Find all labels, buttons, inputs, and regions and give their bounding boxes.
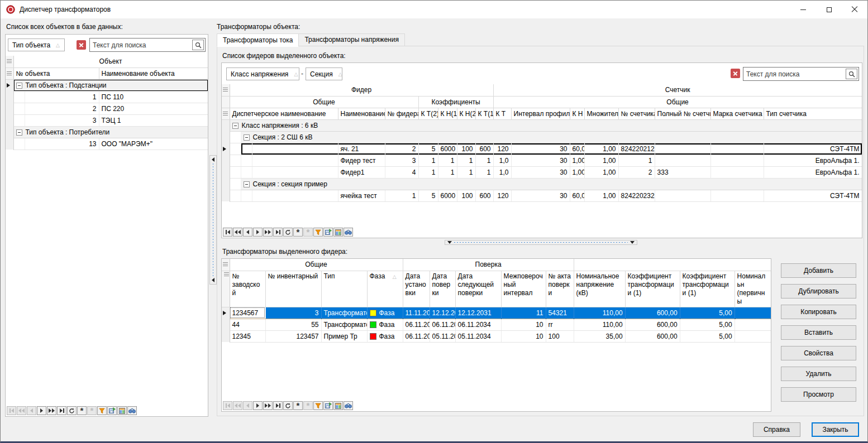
- nav-refresh-button[interactable]: [283, 401, 293, 410]
- column-header-meter-brand[interactable]: Марка счетчика: [710, 108, 764, 119]
- feeder-cell[interactable]: 1: [385, 190, 418, 201]
- transformer-cell[interactable]: [735, 330, 771, 342]
- transformer-cell[interactable]: 06.11.2034: [455, 319, 501, 330]
- feeder-cell[interactable]: [710, 166, 764, 178]
- transformer-cell[interactable]: 123457: [265, 330, 321, 342]
- transformer-cell[interactable]: rr: [546, 319, 574, 330]
- transformer-cell[interactable]: 100: [546, 330, 574, 342]
- transformer-cell[interactable]: 1234567: [230, 307, 265, 319]
- feeders-search-input[interactable]: [743, 68, 845, 80]
- feeder-group-row[interactable]: Класс напряжения : 6 кВ: [222, 119, 862, 131]
- transformer-cell[interactable]: 44: [230, 319, 265, 330]
- transformer-cell[interactable]: 110,00: [574, 319, 625, 330]
- column-header-install-date[interactable]: Дата установки: [403, 271, 430, 307]
- nav-layout-button[interactable]: [333, 401, 343, 410]
- clear-search-button[interactable]: [77, 40, 86, 50]
- duplicate-button[interactable]: Дублировать: [781, 284, 856, 298]
- copy-button[interactable]: Копировать: [781, 305, 856, 319]
- object-row[interactable]: 3ТЭЦ 1: [6, 114, 208, 126]
- nav-save-button[interactable]: [323, 228, 333, 237]
- feeder-cell[interactable]: СЭТ-4ТМ: [764, 143, 862, 155]
- feeder-cell[interactable]: 100: [457, 143, 475, 155]
- column-header-factory-number[interactable]: № заводской: [230, 271, 265, 307]
- feeder-cell[interactable]: 30: [511, 190, 570, 201]
- nav-save-button[interactable]: [323, 401, 333, 410]
- object-name-cell[interactable]: ПС 220: [99, 103, 208, 114]
- transformer-cell[interactable]: 11.11.202: [403, 307, 430, 319]
- feeder-cell[interactable]: 1: [457, 166, 475, 178]
- feeder-cell[interactable]: 1: [438, 155, 457, 166]
- feeder-cell[interactable]: [710, 155, 764, 166]
- transformer-cell[interactable]: 12345: [230, 330, 265, 342]
- collapse-group-icon[interactable]: [16, 129, 22, 136]
- transformer-cell[interactable]: 3: [265, 307, 321, 319]
- search-icon[interactable]: [192, 40, 204, 50]
- nav-layout-button[interactable]: [333, 228, 343, 237]
- feeder-cell[interactable]: 1,00: [584, 143, 618, 155]
- feeder-cell[interactable]: 1,0: [493, 155, 511, 166]
- column-header-type[interactable]: Тип: [321, 271, 367, 307]
- feeder-cell[interactable]: [655, 143, 710, 155]
- feeder-cell[interactable]: СЭТ-4ТМ: [764, 190, 862, 201]
- transformer-cell[interactable]: 600,00: [625, 307, 680, 319]
- transformer-cell[interactable]: Фаза: [367, 307, 403, 319]
- feeder-cell[interactable]: 600: [475, 190, 493, 201]
- object-name-cell[interactable]: ООО "МАРЭМ+": [99, 138, 208, 150]
- column-chooser-icon[interactable]: [7, 59, 12, 64]
- feeder-cell[interactable]: яч. 21: [338, 143, 385, 155]
- object-number-cell[interactable]: 2: [25, 103, 99, 114]
- feeder-cell[interactable]: 600: [475, 143, 493, 155]
- transformer-cell[interactable]: 12.12.20: [430, 307, 455, 319]
- band-meter[interactable]: Счетчик: [493, 84, 862, 96]
- search-icon[interactable]: [846, 69, 857, 79]
- column-header-nominal-voltage[interactable]: Номинальное напряжение (кВ): [574, 271, 625, 307]
- transformer-row[interactable]: 12345673ТрансформатоФаза11.11.20212.12.2…: [222, 307, 771, 319]
- nav-prior-page-button[interactable]: [233, 228, 242, 237]
- nav-layout-button[interactable]: [117, 406, 127, 415]
- transformer-cell[interactable]: 10: [501, 330, 546, 342]
- horizontal-splitter[interactable]: [445, 240, 637, 245]
- nav-search-button[interactable]: [127, 406, 137, 415]
- column-header-full-meter-number[interactable]: Полный № счетчика: [655, 108, 710, 119]
- feeder-cell[interactable]: 60,0: [570, 190, 584, 201]
- column-chooser-icon[interactable]: [223, 112, 228, 116]
- band-general[interactable]: Общие: [230, 259, 403, 271]
- transformer-cell[interactable]: Фаза: [367, 319, 403, 330]
- nav-search-button[interactable]: [344, 228, 353, 237]
- feeder-cell[interactable]: [252, 155, 338, 166]
- group-row-caption[interactable]: Тип объекта : Потребители: [13, 126, 208, 138]
- column-chooser-icon[interactable]: [223, 262, 228, 267]
- objects-search-input[interactable]: [90, 38, 191, 51]
- transformer-cell[interactable]: 600,00: [625, 330, 680, 342]
- nav-next-button[interactable]: [37, 406, 46, 415]
- clear-search-button[interactable]: [731, 69, 740, 78]
- transformer-cell[interactable]: 12.12.2031: [455, 307, 501, 319]
- column-header-multiplier[interactable]: Множитель: [584, 108, 618, 119]
- tab-voltage-transformers[interactable]: Трансформаторы напряжения: [298, 33, 405, 46]
- feeder-cell[interactable]: ячейка тест: [338, 190, 385, 201]
- object-name-cell[interactable]: ТЭЦ 1: [99, 114, 208, 126]
- nav-filter-button[interactable]: [313, 401, 323, 410]
- transformer-cell[interactable]: 06.11.20: [430, 319, 455, 330]
- nav-next-page-button[interactable]: [263, 228, 273, 237]
- transformer-cell[interactable]: 5,00: [680, 319, 735, 330]
- column-header-nominal-primary[interactable]: Номинальн (первичны: [735, 271, 771, 307]
- add-button[interactable]: Добавить: [781, 263, 856, 278]
- transformer-cell[interactable]: 06.11.202: [403, 319, 430, 330]
- nav-last-button[interactable]: [57, 406, 66, 415]
- feeder-cell[interactable]: Фидер тест: [338, 155, 385, 166]
- feeder-group-row[interactable]: Секция : секция пример: [222, 178, 862, 190]
- feeder-cell[interactable]: 2: [618, 166, 655, 178]
- nav-next-page-button[interactable]: [263, 401, 273, 410]
- collapse-group-icon[interactable]: [244, 181, 250, 187]
- properties-button[interactable]: Свойства: [781, 346, 856, 360]
- transformer-cell[interactable]: [735, 307, 771, 319]
- transformer-cell[interactable]: 05.11.20: [430, 330, 455, 342]
- column-header-object-number[interactable]: № объекта: [13, 68, 99, 79]
- column-header-verify-interval[interactable]: Межповерочный интервал: [501, 271, 546, 307]
- feeder-cell[interactable]: 100: [457, 190, 475, 201]
- feeder-cell[interactable]: 1: [457, 155, 475, 166]
- column-header-name[interactable]: Наименование: [338, 108, 385, 119]
- help-button[interactable]: Справка: [753, 422, 800, 437]
- column-header-meter-number[interactable]: № счетчика: [618, 108, 655, 119]
